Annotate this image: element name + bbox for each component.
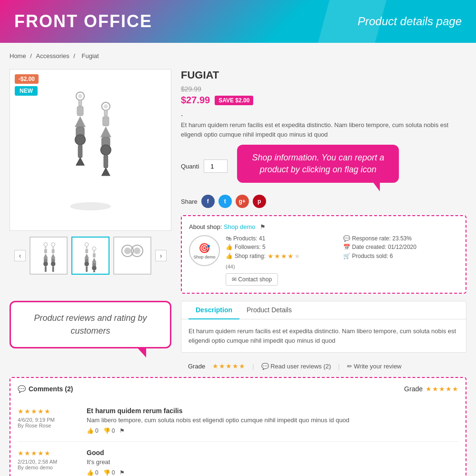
thumb-down-icon: 👎 xyxy=(103,427,110,434)
comment-2-text: It's great xyxy=(87,458,458,466)
shop-stats: 🛍 Products: 41 💬 Response rate: 23.53% 👍… xyxy=(226,235,458,286)
pencil-icon: ✏ xyxy=(347,363,352,370)
svg-rect-7 xyxy=(78,145,82,158)
thumbs-up-1[interactable]: 👍 0 xyxy=(87,427,99,434)
svg-point-19 xyxy=(44,243,48,247)
svg-rect-29 xyxy=(52,249,55,253)
svg-point-6 xyxy=(75,135,86,145)
svg-rect-45 xyxy=(93,253,96,258)
discount-badge: -$2.00 xyxy=(15,74,39,84)
thumbnail-2[interactable] xyxy=(71,237,109,275)
product-description: Et harum quidem rerum facilis est et exp… xyxy=(181,120,466,139)
share-facebook[interactable]: f xyxy=(201,195,215,208)
comment-1-stars: ★ ★ ★ ★ ★ xyxy=(18,407,50,415)
contact-shop-button[interactable]: ✉ Contact shop xyxy=(226,273,278,286)
svg-point-48 xyxy=(92,266,97,270)
dot-separator: . xyxy=(181,109,466,118)
thumbs-up-2[interactable]: 👍 0 xyxy=(87,469,99,476)
product-name: FUGIAT xyxy=(181,69,466,81)
cart-icon: 🛒 xyxy=(343,253,350,259)
read-reviews-link[interactable]: 💬 Read user reviews (2) xyxy=(261,363,331,370)
price-original: $29.99 xyxy=(181,85,466,93)
rating-count: (44) xyxy=(226,264,458,269)
share-twitter[interactable]: t xyxy=(218,195,232,208)
svg-marker-17 xyxy=(102,168,110,176)
report-2[interactable]: ⚑ xyxy=(119,469,125,476)
callout-reviews-bubble: Product reviews and rating by customers xyxy=(10,301,171,348)
tab-description[interactable]: Description xyxy=(188,301,239,319)
rating-icon: 👍 xyxy=(226,253,233,259)
shop-info-header: About shop: Shop demo ⚑ xyxy=(189,223,458,230)
thumb-next[interactable]: › xyxy=(155,250,167,261)
svg-rect-12 xyxy=(103,117,109,126)
svg-marker-8 xyxy=(76,158,84,165)
comment-item-1: ★ ★ ★ ★ ★ 4/6/20, 9:19 PM By Rose Rose E… xyxy=(18,400,458,442)
breadcrumb-home[interactable]: Home xyxy=(10,52,26,60)
product-tabs: Description Product Details Et harum qui… xyxy=(181,301,466,353)
tab-product-details[interactable]: Product Details xyxy=(239,301,299,319)
comment-2-author: By demo demo xyxy=(18,465,79,470)
comment-1-date: 4/6/20, 9:19 PM xyxy=(18,417,79,423)
header-subtitle: Product details page xyxy=(357,15,462,28)
shop-rating: 👍 Shop rating: ★ ★ ★ ★ ★ xyxy=(226,252,341,260)
products-sold: 🛒 Products sold: 6 xyxy=(343,252,459,260)
products-icon: 🛍 xyxy=(226,235,231,242)
quantity-input[interactable] xyxy=(204,159,228,173)
thumbs-down-1[interactable]: 👎 0 xyxy=(103,427,115,434)
shop-name-link[interactable]: Shop demo xyxy=(224,223,256,230)
shop-logo-icon: 🎯 xyxy=(198,242,210,254)
svg-marker-30 xyxy=(51,254,56,258)
svg-rect-11 xyxy=(104,110,107,116)
svg-point-54 xyxy=(134,248,140,254)
comments-grade-stars: ★ ★ ★ ★ ★ xyxy=(426,385,458,393)
envelope-icon: ✉ xyxy=(232,276,237,283)
share-pinterest[interactable]: p xyxy=(253,195,266,208)
quantity-row: Quanti Shop information. You can report … xyxy=(181,145,466,188)
svg-point-24 xyxy=(43,262,48,267)
svg-marker-34 xyxy=(51,272,55,272)
write-review-link[interactable]: ✏ Write your review xyxy=(347,363,402,370)
thumbnail-1[interactable] xyxy=(30,237,68,275)
svg-rect-28 xyxy=(52,246,54,249)
shop-stats-grid: 🛍 Products: 41 💬 Response rate: 23.53% 👍… xyxy=(226,235,458,260)
svg-point-15 xyxy=(101,145,111,155)
report-icon-2: ⚑ xyxy=(119,469,125,476)
price-current: $27.99 xyxy=(181,95,210,106)
response-icon: 💬 xyxy=(343,235,350,242)
thumbs-down-2[interactable]: 👎 0 xyxy=(103,469,115,476)
svg-rect-49 xyxy=(93,270,95,272)
breadcrumb-accessories[interactable]: Accessories xyxy=(36,52,69,60)
svg-point-32 xyxy=(51,262,56,267)
bottom-section: Product reviews and rating by customers … xyxy=(10,301,466,375)
shop-stars: ★ ★ ★ ★ ★ xyxy=(268,252,300,260)
shop-info-box: About shop: Shop demo ⚑ 🎯 Shop demo 🛍 Pr… xyxy=(181,215,466,294)
comment-meta-2: ★ ★ ★ ★ ★ 2/21/20, 2:58 AM By demo demo xyxy=(18,449,79,476)
svg-rect-2 xyxy=(79,99,81,106)
comments-section: 💬 Comments (2) Grade ★ ★ ★ ★ ★ ★ ★ xyxy=(10,377,466,476)
breadcrumb-current: Fugiat xyxy=(81,52,99,60)
grade-label: Grade xyxy=(188,363,205,370)
right-bottom: Description Product Details Et harum qui… xyxy=(181,301,466,375)
thumb-prev[interactable]: ‹ xyxy=(14,250,26,261)
breadcrumb: Home / Accessories / Fugiat xyxy=(10,50,466,62)
thumb-down-icon-2: 👎 xyxy=(103,469,110,476)
comments-grade: Grade ★ ★ ★ ★ ★ xyxy=(404,385,458,393)
comment-1-title: Et harum quidem rerum facilis xyxy=(87,407,458,415)
followers-count: 👍 Followers: 5 xyxy=(226,244,341,250)
comment-item-2: ★ ★ ★ ★ ★ 2/21/20, 2:58 AM By demo demo … xyxy=(18,442,458,476)
svg-rect-21 xyxy=(44,249,47,253)
report-icon: ⚑ xyxy=(119,427,125,434)
main-content: Home / Accessories / Fugiat -$2.00 NEW xyxy=(0,43,476,476)
product-layout: -$2.00 NEW xyxy=(10,69,466,294)
new-badge: NEW xyxy=(15,86,38,96)
flag-icon[interactable]: ⚑ xyxy=(260,223,266,230)
share-gplus[interactable]: g+ xyxy=(236,195,249,208)
svg-rect-36 xyxy=(86,246,88,249)
quantity-label: Quanti xyxy=(181,163,199,170)
thumbnail-3[interactable] xyxy=(113,237,151,275)
svg-marker-26 xyxy=(44,272,48,272)
left-bottom: Product reviews and rating by customers xyxy=(10,301,171,375)
svg-rect-41 xyxy=(86,266,88,272)
svg-point-52 xyxy=(124,248,131,254)
report-1[interactable]: ⚑ xyxy=(119,427,125,434)
